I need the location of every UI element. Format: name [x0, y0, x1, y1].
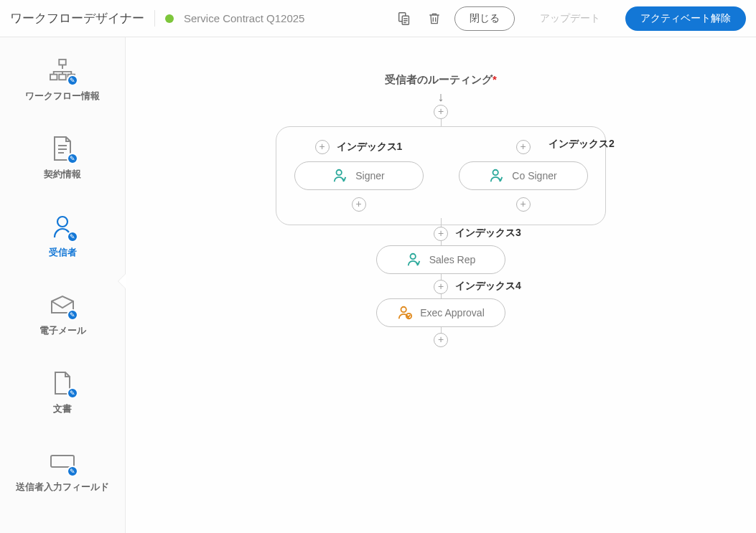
edit-badge-icon [67, 231, 78, 242]
recipient-label: Exec Approval [420, 307, 485, 319]
branch-2: + Co Signer + [459, 140, 588, 212]
sender-fields-icon [48, 447, 77, 476]
connector [441, 218, 442, 227]
recipient-label: Signer [355, 170, 384, 181]
index-label-4: インデックス4 [455, 280, 521, 293]
add-node-branch1-top[interactable]: + [315, 140, 330, 154]
trash-icon[interactable] [424, 9, 444, 29]
svg-point-9 [493, 170, 498, 175]
sidebar-item-sender-fields[interactable]: 送信者入力フィールド [0, 443, 125, 498]
recipient-card-execapproval[interactable]: Exec Approval [376, 298, 505, 327]
app-title: ワークフローデザイナー [10, 10, 155, 27]
branch-1: + インデックス1 Signer + [294, 140, 424, 212]
sidebar-item-label: 契約情報 [44, 169, 81, 181]
contract-info-icon [48, 134, 77, 163]
recipient-card-signer[interactable]: Signer [294, 161, 424, 190]
recipients-icon [48, 212, 77, 241]
svg-point-11 [401, 307, 406, 312]
sidebar-item-email[interactable]: 電子メール [0, 286, 125, 341]
sidebar-item-label: ワークフロー情報 [25, 90, 100, 103]
contract-name: Service Contract Q12025 [184, 12, 304, 24]
update-button: アップデート [525, 6, 615, 31]
svg-point-6 [57, 217, 67, 227]
sidebar-item-workflow-info[interactable]: ワークフロー情報 [0, 52, 125, 107]
add-node-branch1-bottom[interactable]: + [352, 197, 366, 212]
status-dot-icon [165, 14, 174, 23]
signer-icon [406, 252, 422, 268]
svg-point-10 [410, 254, 415, 259]
routing-title-text: 受信者のルーティング [385, 73, 493, 85]
sidebar-item-label: 送信者入力フィールド [16, 481, 109, 494]
recipient-card-salesrep[interactable]: Sales Rep [376, 245, 505, 274]
approver-icon [397, 305, 413, 321]
sidebar-item-label: 電子メール [39, 325, 86, 337]
documents-icon [48, 369, 77, 397]
canvas: 受信者のルーティング* ↓ + + インデックス1 [126, 37, 756, 533]
svg-rect-4 [59, 75, 65, 80]
sidebar: ワークフロー情報 契約情報 受信者 [0, 37, 126, 533]
add-node-top[interactable]: + [434, 105, 448, 119]
add-node-bottom[interactable]: + [434, 333, 448, 347]
add-node-seq4[interactable]: + [434, 280, 448, 294]
svg-rect-2 [59, 60, 65, 65]
add-node-branch2-bottom[interactable]: + [516, 197, 531, 212]
edit-badge-icon [67, 75, 78, 86]
index-label-3: インデックス3 [455, 227, 521, 240]
sidebar-item-documents[interactable]: 文書 [0, 364, 125, 420]
deactivate-button[interactable]: アクティベート解除 [625, 6, 746, 31]
recipient-label: Co Signer [512, 170, 556, 181]
arrow-down-icon: ↓ [126, 90, 756, 105]
active-caret-icon [118, 274, 126, 288]
svg-point-8 [337, 170, 342, 175]
connector [441, 119, 442, 126]
sidebar-item-contract-info[interactable]: 契約情報 [0, 130, 125, 185]
close-button[interactable]: 閉じる [454, 6, 515, 31]
recipient-label: Sales Rep [429, 254, 476, 265]
workflow-info-icon [48, 56, 77, 85]
add-node-seq3[interactable]: + [434, 227, 448, 241]
sidebar-item-label: 受信者 [49, 247, 77, 259]
header: ワークフローデザイナー Service Contract Q12025 閉じる … [0, 0, 756, 37]
edit-badge-icon [67, 309, 78, 321]
routing-title: 受信者のルーティング* [126, 73, 756, 87]
edit-badge-icon [67, 153, 78, 164]
edit-badge-icon [67, 466, 78, 477]
recipient-card-cosigner[interactable]: Co Signer [459, 161, 588, 190]
sidebar-item-recipients[interactable]: 受信者 [0, 208, 125, 263]
signer-icon [489, 168, 505, 184]
connector [441, 327, 442, 333]
index-label-1: インデックス1 [337, 141, 403, 154]
svg-rect-3 [50, 75, 57, 80]
edit-badge-icon [67, 387, 78, 399]
required-asterisk: * [493, 73, 497, 85]
connector [441, 274, 442, 280]
copy-icon[interactable] [394, 9, 414, 29]
add-node-branch2-top[interactable]: + [516, 140, 531, 154]
sidebar-item-label: 文書 [53, 403, 72, 415]
signer-icon [332, 168, 348, 184]
index-label-2: インデックス2 [549, 138, 615, 151]
email-icon [48, 291, 77, 319]
